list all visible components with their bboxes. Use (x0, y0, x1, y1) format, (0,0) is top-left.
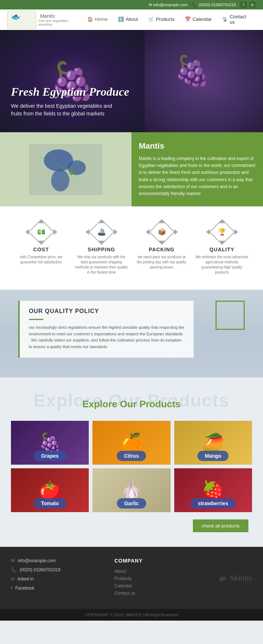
footer-email: info@example.com (18, 558, 56, 563)
products-section: Explore Our Products Explore Our Product… (0, 377, 263, 547)
packing-icon-wrap: 📦 (147, 221, 176, 243)
social-icons: f in (240, 1, 256, 8)
logo-image (7, 11, 36, 29)
packing-icon: 📦 (158, 228, 166, 236)
top-phone: 📞 (0020) 01060701019 (192, 3, 236, 7)
hero-grapes-right (145, 30, 263, 132)
footer-logo: 🐟 Mantis (218, 558, 252, 598)
arrow-right-cost (54, 229, 57, 235)
citrus-label: Citrus (117, 451, 146, 461)
hero-section: Fresh Egyptian Produce We deliver the be… (0, 30, 263, 132)
nav-products-label: Products (156, 16, 175, 22)
tomato-label: Tomato (34, 498, 66, 508)
arrow-down-shipping (99, 241, 104, 244)
footer-phone-item: 📞 (0020) 01060701019 (11, 567, 100, 572)
packing-desc: we hand pack our products at the picking… (135, 255, 188, 270)
top-bar: ✉ info@example.com 📞 (0020) 01060701019 … (0, 0, 263, 9)
footer-link-contact[interactable]: Contact us (114, 591, 203, 596)
footer-phone: (0020) 01060701019 (20, 567, 60, 572)
contact-icon: 📡 (222, 16, 228, 22)
strawberry-label: strawberries (191, 498, 236, 508)
quality-icon: 🏆 (218, 228, 226, 236)
facebook-footer-icon: f (11, 585, 12, 591)
quality-section: OUR QUALITY POLICY our increasingly stri… (0, 290, 263, 377)
quality-box: OUR QUALITY POLICY our increasingly stri… (18, 301, 194, 357)
about-map (0, 132, 132, 206)
quality-desc: We embrace the most advanced agricultura… (195, 255, 248, 275)
nav-links: 🏠 Home ℹ️ About 🛒 Products 📅 Calendar 📡 … (82, 9, 256, 30)
mango-label: Mango (198, 451, 229, 461)
about-text: Mantis is a leading company in the culti… (139, 155, 256, 197)
footer-facebook-item[interactable]: f Facebook (11, 585, 100, 591)
quality-name: QUALITY (209, 247, 234, 252)
feature-shipping: 🚢 SHIPPING We ship our products with the… (75, 221, 128, 275)
garlic-label: Garlic (117, 498, 146, 508)
quality-icon-wrap: 🏆 (207, 221, 237, 243)
product-citrus[interactable]: 🍊 Citrus (92, 421, 170, 465)
logo-sub: Fish and Vegetables exporting (38, 19, 82, 26)
nav-home[interactable]: 🏠 Home (82, 9, 113, 30)
footer-email-item: ✉ info@example.com (11, 558, 100, 563)
product-strawberries[interactable]: 🍓 strawberries (174, 468, 252, 512)
cost-icon-wrap: 💵 (27, 221, 56, 243)
phone-icon: 📞 (11, 567, 17, 572)
nav-home-label: Home (95, 16, 108, 22)
footer-linkedin: linked in (18, 576, 34, 582)
quality-content: OUR QUALITY POLICY our increasingly stri… (0, 290, 263, 368)
svg-point-2 (51, 169, 69, 191)
logo-text: Mantis (40, 13, 82, 19)
calendar-icon: 📅 (185, 16, 191, 22)
logo-area: Mantis Fish and Vegetables exporting (7, 11, 82, 29)
feature-packing: 📦 PACKING we hand pack our products at t… (135, 221, 188, 270)
svg-point-4 (69, 171, 73, 175)
cost-name: COST (33, 247, 49, 252)
footer-linkedin-item[interactable]: in linked in (11, 576, 100, 582)
products-title: Explore Our Products (11, 399, 252, 410)
facebook-icon[interactable]: f (240, 1, 247, 8)
nav-contact[interactable]: 📡 Contact us (217, 9, 256, 30)
nav-products[interactable]: 🛒 Products (143, 9, 180, 30)
about-icon: ℹ️ (118, 16, 124, 22)
about-section: Mantis Mantis is a leading company in th… (0, 132, 263, 206)
quality-title: OUR QUALITY POLICY (29, 308, 184, 315)
shipping-icon-wrap: 🚢 (87, 221, 116, 243)
footer-facebook: Facebook (15, 586, 35, 591)
footer-link-products[interactable]: Products (114, 576, 203, 581)
shipping-name: SHIPPING (88, 247, 115, 252)
feature-quality: 🏆 QUALITY We embrace the most advanced a… (195, 221, 248, 275)
products-grid: 🍇 Grapes 🍊 Citrus 🥭 Mango 🍅 Tomato 🧄 Gar… (11, 421, 252, 512)
about-title: Mantis (139, 141, 256, 151)
products-icon: 🛒 (148, 16, 154, 22)
nav-calendar[interactable]: 📅 Calendar (180, 9, 217, 30)
navbar: Mantis Fish and Vegetables exporting 🏠 H… (0, 9, 263, 30)
packing-name: PACKING (149, 247, 175, 252)
quality-text: our increasingly strict regulations ensu… (29, 324, 184, 350)
product-tomato[interactable]: 🍅 Tomato (11, 468, 89, 512)
arrow-down-cost (38, 241, 44, 244)
footer-left: ✉ info@example.com 📞 (0020) 01060701019 … (11, 558, 100, 598)
world-map-svg (29, 144, 102, 195)
arrow-right-shipping (114, 229, 118, 235)
cost-icon: 💵 (37, 228, 45, 236)
product-garlic[interactable]: 🧄 Garlic (92, 468, 170, 512)
footer-link-about[interactable]: About (114, 569, 203, 574)
email-icon: ✉ (11, 558, 15, 563)
quality-line-decoration (29, 319, 43, 320)
product-grapes[interactable]: 🍇 Grapes (11, 421, 89, 465)
shipping-desc: We ship our products with the best guara… (75, 255, 128, 275)
nav-about-label: About (126, 16, 138, 22)
shipping-icon: 🚢 (98, 228, 106, 236)
footer-link-calendar[interactable]: Calendar (114, 583, 203, 588)
product-mango[interactable]: 🥭 Mango (174, 421, 252, 465)
home-icon: 🏠 (87, 16, 93, 22)
linkedin-footer-icon: in (11, 576, 15, 582)
nav-about[interactable]: ℹ️ About (113, 9, 143, 30)
linkedin-icon[interactable]: in (249, 1, 256, 8)
arrow-down-quality (219, 241, 225, 244)
hero-subtitle: We deliver the best Egyptian vegetables … (11, 102, 113, 118)
check-all-products-button[interactable]: check all products (193, 519, 248, 532)
about-content: Mantis Mantis is a leading company in th… (132, 132, 263, 206)
copyright-text: COPYRIGHT © 2020 | MANTIS | All Right Re… (85, 613, 178, 617)
arrow-right-packing (174, 229, 178, 235)
footer-logo-text: 🐟 Mantis (218, 573, 252, 583)
